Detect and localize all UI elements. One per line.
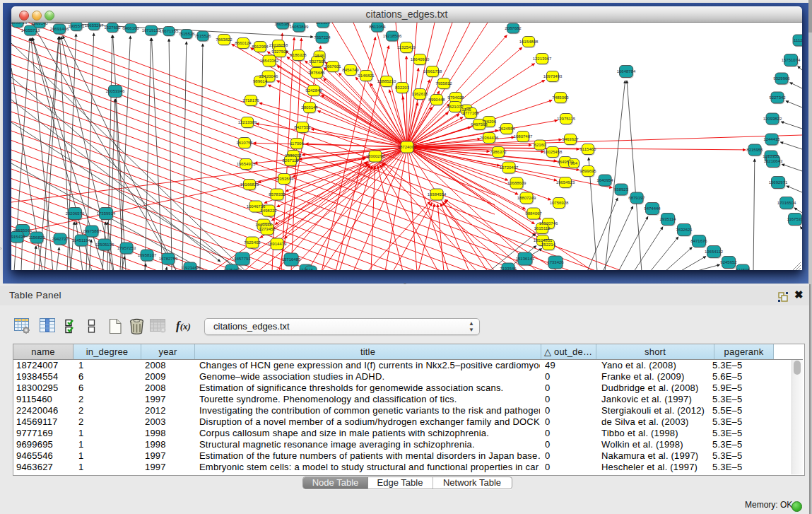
svg-text:26535061: 26535061 xyxy=(13,228,33,233)
svg-text:19654923: 19654923 xyxy=(556,180,575,185)
svg-text:1615112: 1615112 xyxy=(534,226,551,230)
svg-text:9899695: 9899695 xyxy=(579,169,596,173)
svg-text:16914479: 16914479 xyxy=(268,242,287,246)
svg-text:16053809: 16053809 xyxy=(290,25,309,29)
svg-text:18807249: 18807249 xyxy=(517,196,536,200)
svg-text:10719155: 10719155 xyxy=(142,28,161,33)
svg-text:6879197: 6879197 xyxy=(628,196,645,200)
svg-text:18640910: 18640910 xyxy=(411,57,430,62)
svg-text:1546: 1546 xyxy=(314,54,324,58)
svg-text:16154808: 16154808 xyxy=(519,40,539,44)
svg-text:19654915: 19654915 xyxy=(237,162,256,166)
svg-text:9457791: 9457791 xyxy=(234,257,251,261)
svg-text:10688609: 10688609 xyxy=(507,181,526,185)
svg-text:11451194: 11451194 xyxy=(72,238,90,243)
svg-text:10756928: 10756928 xyxy=(550,201,569,205)
svg-text:20691406: 20691406 xyxy=(50,27,69,31)
svg-text:1905571: 1905571 xyxy=(68,24,85,28)
svg-text:252214: 252214 xyxy=(541,243,556,247)
svg-text:10961758: 10961758 xyxy=(423,69,442,74)
svg-text:1156829: 1156829 xyxy=(29,235,46,240)
svg-text:1325467: 1325467 xyxy=(223,268,240,270)
svg-text:20206576: 20206576 xyxy=(66,211,85,216)
svg-text:924505: 924505 xyxy=(736,268,751,270)
svg-text:9115460: 9115460 xyxy=(580,147,597,151)
svg-text:1210355: 1210355 xyxy=(763,154,779,158)
svg-text:989614: 989614 xyxy=(253,79,268,83)
svg-text:62160: 62160 xyxy=(534,143,546,147)
svg-text:8215955: 8215955 xyxy=(746,148,763,152)
svg-text:132546: 132546 xyxy=(299,268,314,270)
svg-text:8186328: 8186328 xyxy=(290,53,307,57)
svg-text:2069140: 2069140 xyxy=(31,23,48,25)
svg-text:12353594: 12353594 xyxy=(275,177,294,181)
svg-text:9794028: 9794028 xyxy=(447,95,464,100)
svg-text:10653267: 10653267 xyxy=(85,23,104,28)
svg-text:1640954: 1640954 xyxy=(596,178,613,182)
svg-text:2718176: 2718176 xyxy=(242,98,259,103)
svg-text:19166829: 19166829 xyxy=(240,182,259,187)
svg-text:832203: 832203 xyxy=(395,86,410,90)
svg-text:16210643: 16210643 xyxy=(764,159,783,163)
svg-text:12213967: 12213967 xyxy=(533,57,552,61)
svg-text:17957253: 17957253 xyxy=(117,246,136,250)
svg-text:2803144: 2803144 xyxy=(301,105,318,110)
svg-text:20053346: 20053346 xyxy=(106,89,125,93)
svg-text:7193546: 7193546 xyxy=(500,267,517,270)
svg-text:9242848: 9242848 xyxy=(305,88,322,93)
svg-text:22420046: 22420046 xyxy=(259,74,278,78)
svg-text:12213389: 12213389 xyxy=(238,120,257,124)
svg-text:19384554: 19384554 xyxy=(428,192,447,197)
svg-text:15751074: 15751074 xyxy=(782,58,801,62)
svg-text:15720407: 15720407 xyxy=(500,165,519,170)
svg-text:7632621: 7632621 xyxy=(676,228,693,232)
svg-text:11123: 11123 xyxy=(794,38,802,42)
svg-text:12505135: 12505135 xyxy=(95,243,114,247)
svg-text:8990448: 8990448 xyxy=(428,98,445,102)
svg-text:29975867: 29975867 xyxy=(83,229,102,233)
svg-text:9777169: 9777169 xyxy=(462,111,479,115)
svg-text:7625402: 7625402 xyxy=(244,240,261,245)
svg-text:18300295: 18300295 xyxy=(366,154,385,158)
svg-text:16648784: 16648784 xyxy=(617,69,636,74)
svg-text:9146821: 9146821 xyxy=(358,74,375,78)
svg-text:7386372: 7386372 xyxy=(490,150,507,154)
svg-text:881304: 881304 xyxy=(316,23,331,25)
svg-text:9327508: 9327508 xyxy=(309,59,326,64)
svg-text:9463627: 9463627 xyxy=(562,137,579,141)
svg-text:8660124: 8660124 xyxy=(235,41,252,45)
svg-text:9327506: 9327506 xyxy=(271,49,288,54)
svg-text:3875685: 3875685 xyxy=(308,71,325,75)
svg-text:10973493: 10973493 xyxy=(543,74,563,78)
svg-text:1733426: 1733426 xyxy=(547,260,564,264)
svg-text:20364436: 20364436 xyxy=(480,136,499,140)
svg-text:6497568: 6497568 xyxy=(471,122,488,127)
svg-text:7515526: 7515526 xyxy=(194,34,211,38)
svg-text:8471676: 8471676 xyxy=(690,239,707,243)
svg-text:2942737: 2942737 xyxy=(52,237,69,241)
svg-text:1244415: 1244415 xyxy=(763,137,780,141)
svg-text:2935114: 2935114 xyxy=(660,217,677,221)
svg-text:2087682: 2087682 xyxy=(505,26,522,30)
svg-text:12975115: 12975115 xyxy=(557,117,576,121)
svg-text:7485063: 7485063 xyxy=(552,95,569,100)
svg-text:9474444: 9474444 xyxy=(644,206,661,211)
svg-text:15136141: 15136141 xyxy=(516,257,535,261)
svg-text:8454749: 8454749 xyxy=(342,68,359,72)
svg-text:1610755: 1610755 xyxy=(236,141,253,145)
svg-text:9884067: 9884067 xyxy=(525,211,542,216)
svg-text:3915434: 3915434 xyxy=(11,235,25,239)
svg-text:15692971: 15692971 xyxy=(769,180,788,185)
svg-text:2667601: 2667601 xyxy=(324,64,341,69)
svg-text:3624554: 3624554 xyxy=(498,127,515,131)
svg-text:7515526: 7515526 xyxy=(178,32,195,36)
svg-text:9245652: 9245652 xyxy=(720,260,737,264)
svg-text:7357224: 7357224 xyxy=(314,35,331,40)
svg-text:19218506: 19218506 xyxy=(383,34,402,38)
svg-text:16671355: 16671355 xyxy=(160,29,179,33)
svg-text:117006: 117006 xyxy=(290,141,304,146)
svg-text:8267110: 8267110 xyxy=(283,158,300,163)
svg-text:14055713: 14055713 xyxy=(21,28,40,33)
svg-text:11923468: 11923468 xyxy=(181,266,200,270)
svg-text:16055713: 16055713 xyxy=(11,23,28,25)
